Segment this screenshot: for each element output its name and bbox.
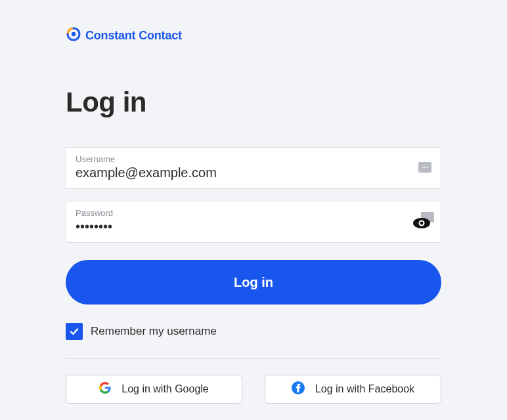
- facebook-button-label: Log in with Facebook: [315, 383, 414, 395]
- svg-point-3: [420, 222, 424, 225]
- password-field[interactable]: Password: [66, 201, 441, 243]
- login-with-facebook-button[interactable]: Log in with Facebook: [265, 375, 441, 404]
- show-password-icon[interactable]: [412, 216, 431, 233]
- google-icon: [99, 382, 111, 396]
- check-icon: [69, 326, 79, 337]
- login-button[interactable]: Log in: [66, 260, 441, 304]
- facebook-icon: [292, 381, 305, 397]
- svg-point-0: [72, 32, 76, 36]
- google-button-label: Log in with Google: [121, 383, 209, 395]
- brand-logo: Constant Contact: [66, 26, 441, 45]
- remember-checkbox[interactable]: [66, 323, 83, 340]
- username-input[interactable]: [76, 165, 405, 180]
- username-label: Username: [76, 154, 431, 164]
- autofill-indicator-icon: [418, 162, 431, 173]
- remember-label: Remember my username: [91, 325, 217, 338]
- brand-name: Constant Contact: [85, 29, 182, 43]
- password-input[interactable]: [76, 219, 405, 234]
- login-with-google-button[interactable]: Log in with Google: [66, 375, 242, 404]
- page-title: Log in: [66, 87, 441, 118]
- constant-contact-icon: [66, 26, 81, 45]
- username-field[interactable]: Username: [66, 147, 441, 189]
- password-label: Password: [76, 208, 431, 218]
